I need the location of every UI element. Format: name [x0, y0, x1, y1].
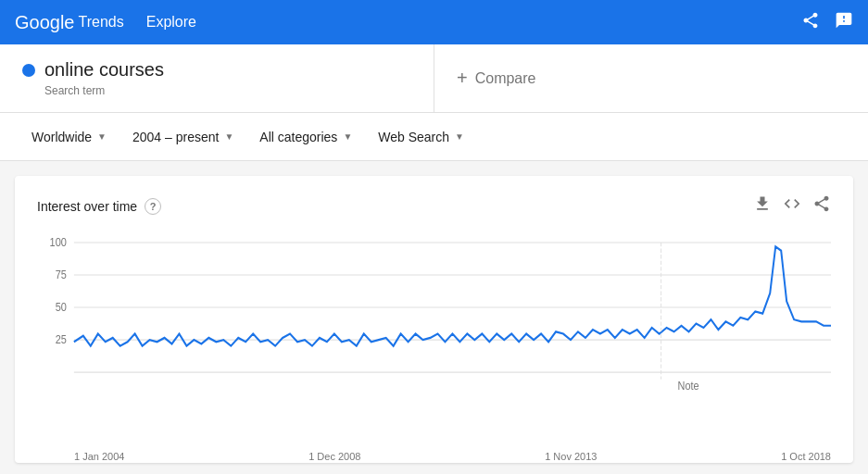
header-left: Google Trends Explore: [15, 10, 204, 34]
x-label-2004: 1 Jan 2004: [74, 451, 124, 462]
search-type-label: Web Search: [378, 130, 449, 144]
search-term-text: online courses: [44, 59, 164, 81]
search-term-label: Search term: [44, 84, 411, 97]
category-filter[interactable]: All categories ▼: [250, 124, 361, 150]
x-label-2018: 1 Oct 2018: [781, 451, 831, 462]
help-label: ?: [150, 201, 157, 212]
share-icon[interactable]: [801, 11, 820, 34]
location-label: Worldwide: [31, 130, 92, 144]
search-dot: [22, 64, 35, 77]
logo-trends: Trends: [79, 14, 124, 31]
location-filter[interactable]: Worldwide ▼: [22, 124, 116, 150]
download-icon[interactable]: [753, 194, 772, 218]
x-label-2008: 1 Dec 2008: [308, 451, 360, 462]
embed-icon[interactable]: [783, 194, 801, 218]
compare-box[interactable]: + Compare: [434, 44, 868, 112]
chart-title: Interest over time: [37, 199, 137, 214]
x-label-2013: 1 Nov 2013: [545, 451, 597, 462]
search-term-box: online courses Search term: [0, 44, 434, 112]
date-arrow-icon: ▼: [224, 131, 233, 142]
feedback-icon[interactable]: [835, 11, 853, 34]
chart-container: Interest over time ? 100: [15, 176, 853, 463]
location-arrow-icon: ▼: [97, 131, 107, 142]
date-label: 2004 – present: [132, 130, 219, 144]
header-right: [801, 11, 853, 34]
svg-text:50: 50: [56, 302, 67, 314]
svg-text:75: 75: [56, 269, 67, 281]
svg-text:100: 100: [50, 237, 67, 249]
filters-bar: Worldwide ▼ 2004 – present ▼ All categor…: [0, 113, 868, 161]
logo: Google Trends: [15, 12, 124, 33]
search-area: online courses Search term + Compare: [0, 44, 868, 113]
category-label: All categories: [259, 130, 337, 144]
explore-nav[interactable]: Explore: [139, 10, 204, 34]
app-header: Google Trends Explore: [0, 0, 868, 44]
logo-google: Google: [15, 12, 75, 33]
chart-svg-wrapper: 100 75 50 25 Note 1 Jan 2004 1 Dec 2008 …: [37, 232, 831, 445]
chart-title-area: Interest over time ?: [37, 198, 161, 215]
chart-share-icon[interactable]: [812, 194, 831, 218]
search-type-arrow-icon: ▼: [455, 131, 464, 142]
trend-chart-svg: 100 75 50 25 Note: [37, 232, 831, 445]
compare-plus-icon: +: [457, 68, 468, 89]
compare-label: Compare: [475, 70, 536, 87]
date-filter[interactable]: 2004 – present ▼: [123, 124, 243, 150]
help-icon[interactable]: ?: [145, 198, 161, 215]
search-term-header: online courses: [22, 59, 411, 81]
category-arrow-icon: ▼: [343, 131, 352, 142]
chart-header: Interest over time ?: [37, 194, 831, 218]
svg-text:Note: Note: [678, 380, 699, 392]
search-type-filter[interactable]: Web Search ▼: [369, 124, 473, 150]
svg-text:25: 25: [56, 334, 67, 346]
chart-actions: [753, 194, 831, 218]
